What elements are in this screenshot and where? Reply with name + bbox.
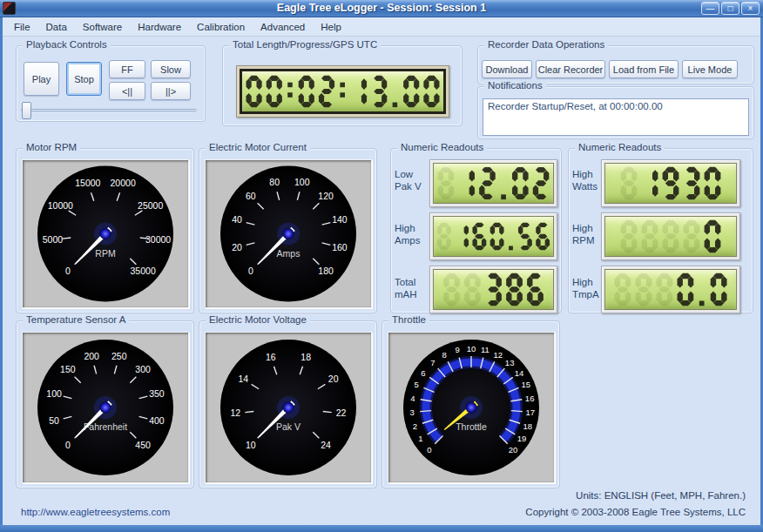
notifications-box[interactable]: Recorder Startup/Reset, at 00:00:00.00	[483, 98, 749, 136]
menu-file[interactable]: File	[6, 20, 38, 34]
svg-text:12: 12	[494, 350, 503, 360]
close-button-icon[interactable]: ×	[741, 2, 760, 15]
menu-bar: File Data Software Hardware Calibration …	[3, 17, 760, 37]
load-from-file-button[interactable]: Load from File	[609, 60, 679, 78]
svg-text:120: 120	[318, 191, 334, 201]
svg-text:3: 3	[410, 407, 415, 417]
numeric-readouts-left-group: Numeric Readouts LowPak V HighAmps Total…	[390, 148, 562, 313]
svg-text:200: 200	[84, 351, 99, 361]
notifications-title: Notifications	[484, 80, 546, 91]
fast-forward-button[interactable]: FF	[109, 60, 145, 78]
svg-text:7: 7	[430, 358, 435, 367]
motor-voltage-gauge: 1012141618202224Pak V	[205, 332, 372, 483]
svg-text:140: 140	[332, 214, 348, 225]
low-pakv-display-frame	[429, 159, 557, 207]
svg-text:4: 4	[410, 394, 415, 403]
svg-text:450: 450	[135, 440, 151, 450]
app-window: Eagle Tree eLogger - Session: Session 1 …	[0, 0, 763, 532]
svg-text:10000: 10000	[48, 200, 73, 211]
high-rpm-lcd	[604, 216, 737, 257]
high-watts-display-frame	[601, 159, 740, 207]
slow-button[interactable]: Slow	[151, 60, 191, 78]
svg-text:14: 14	[515, 368, 524, 378]
high-amps-lcd	[433, 216, 554, 257]
svg-text:20000: 20000	[111, 178, 136, 188]
high-rpm-display-frame	[601, 212, 740, 260]
live-mode-button[interactable]: Live Mode	[682, 60, 738, 78]
high-rpm-label: HighRPM	[572, 222, 595, 246]
playback-controls-group: Playback Controls Play Stop FF Slow <|| …	[16, 45, 206, 122]
total-mah-display-frame	[429, 266, 557, 313]
high-watts-lcd	[604, 163, 737, 204]
progress-slider-thumb[interactable]	[22, 102, 31, 119]
play-button[interactable]: Play	[24, 62, 59, 96]
svg-text:50: 50	[49, 415, 59, 426]
motor-rpm-group: Motor RPM 050001000015000200002500030000…	[16, 148, 194, 313]
notifications-group: Notifications Recorder Startup/Reset, at…	[477, 86, 754, 139]
clear-recorder-button[interactable]: Clear Recorder	[536, 60, 605, 78]
step-back-button[interactable]: <||	[109, 82, 145, 100]
units-text: Units: ENGLISH (Feet, MPH, Fahren.)	[576, 490, 746, 501]
menu-software[interactable]: Software	[75, 20, 130, 34]
throttle-gauge: 01234567891011121314151617181920Throttle	[388, 332, 555, 483]
low-pakv-label: LowPak V	[395, 168, 422, 192]
download-button[interactable]: Download	[482, 60, 532, 78]
menu-data[interactable]: Data	[38, 20, 75, 34]
total-length-lcd	[240, 69, 446, 114]
high-tmpa-lcd	[604, 269, 737, 310]
svg-text:Throttle: Throttle	[456, 421, 487, 432]
svg-text:0: 0	[248, 266, 253, 276]
menu-calibration[interactable]: Calibration	[189, 20, 253, 34]
stop-button[interactable]: Stop	[66, 62, 102, 96]
svg-text:2: 2	[413, 421, 417, 431]
numeric-readouts-right-group: Numeric Readouts HighWatts HighRPM HighT…	[568, 148, 753, 313]
window-title: Eagle Tree eLogger - Session: Session 1	[0, 2, 763, 14]
svg-text:20: 20	[328, 374, 339, 384]
motor-current-title: Electric Motor Current	[206, 142, 310, 152]
menu-help[interactable]: Help	[313, 20, 349, 34]
website-link[interactable]: http://www.eagletreesystems.com	[21, 507, 170, 517]
svg-text:150: 150	[60, 364, 76, 374]
motor-rpm-title: Motor RPM	[23, 142, 80, 152]
minimize-button-icon[interactable]: —	[701, 2, 719, 15]
high-tmpa-display-frame	[601, 266, 740, 313]
recorder-ops-group: Recorder Data Operations Download Clear …	[477, 45, 754, 84]
svg-text:80: 80	[269, 177, 280, 187]
numeric-readouts-left-title: Numeric Readouts	[397, 142, 487, 152]
svg-text:RPM: RPM	[95, 248, 115, 259]
svg-text:Amps: Amps	[277, 248, 300, 259]
svg-text:17: 17	[526, 407, 536, 417]
svg-text:8: 8	[442, 350, 446, 360]
svg-text:18: 18	[523, 421, 532, 431]
svg-text:11: 11	[481, 345, 490, 354]
maximize-button-icon[interactable]: □	[721, 2, 739, 15]
svg-text:1: 1	[418, 434, 422, 443]
title-bar[interactable]: Eagle Tree eLogger - Session: Session 1 …	[0, 0, 763, 17]
svg-text:20: 20	[509, 445, 518, 455]
high-amps-label: HighAmps	[395, 222, 420, 246]
step-forward-button[interactable]: ||>	[151, 82, 191, 100]
temperature-title: Temperature Sensor A	[23, 314, 129, 325]
svg-text:15000: 15000	[75, 178, 100, 188]
svg-text:350: 350	[149, 388, 165, 399]
motor-current-group: Electric Motor Current 02040608010012014…	[199, 148, 377, 313]
throttle-title: Throttle	[388, 314, 429, 325]
svg-text:0: 0	[427, 445, 431, 455]
svg-text:160: 160	[332, 242, 348, 253]
svg-text:30000: 30000	[145, 234, 171, 245]
throttle-group: Throttle 0123456789101112131415161718192…	[382, 320, 560, 488]
svg-text:20: 20	[232, 242, 242, 253]
motor-current-gauge: 020406080100120140160180Amps	[205, 159, 372, 308]
svg-text:12: 12	[231, 407, 241, 418]
progress-slider-track[interactable]	[21, 109, 197, 111]
svg-text:250: 250	[111, 351, 127, 361]
svg-text:300: 300	[135, 364, 151, 374]
svg-text:16: 16	[525, 394, 535, 403]
total-mah-lcd	[433, 269, 554, 310]
svg-text:60: 60	[246, 191, 256, 201]
svg-text:35000: 35000	[131, 266, 156, 276]
recorder-ops-title: Recorder Data Operations	[484, 39, 608, 50]
menu-hardware[interactable]: Hardware	[130, 20, 189, 34]
high-tmpa-label: HighTmpA	[572, 276, 599, 300]
menu-advanced[interactable]: Advanced	[253, 20, 313, 34]
